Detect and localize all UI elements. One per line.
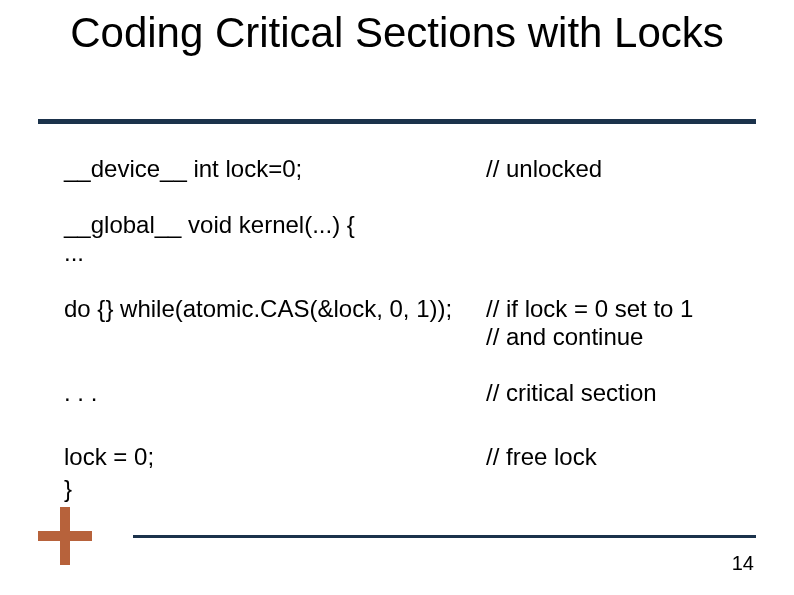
code-text: __global__ void kernel(...) { [64, 211, 486, 239]
code-row: } [64, 475, 764, 503]
code-row: lock = 0; // free lock [64, 443, 764, 471]
code-text: . . . [64, 379, 486, 407]
footer-cross-horizontal [38, 531, 92, 541]
code-text: lock = 0; [64, 443, 486, 471]
code-row: . . . // critical section [64, 379, 764, 407]
title-rule [38, 119, 756, 147]
code-row: // and continue [64, 323, 764, 351]
code-comment: // if lock = 0 set to 1 [486, 295, 764, 323]
code-row: __global__ void kernel(...) { [64, 211, 764, 239]
code-text: __device__ int lock=0; [64, 155, 486, 183]
footer-decoration [38, 535, 756, 565]
code-row: do {} while(atomic.CAS(&lock, 0, 1)); //… [64, 295, 764, 323]
code-comment: // unlocked [486, 155, 764, 183]
slide-title: Coding Critical Sections with Locks [0, 10, 794, 55]
code-text: ... [64, 239, 486, 267]
code-comment: // and continue [486, 323, 764, 351]
spacer [64, 267, 764, 295]
spacer [64, 183, 764, 211]
slide: Coding Critical Sections with Locks __de… [0, 0, 794, 595]
spacer [64, 407, 764, 443]
code-text: } [64, 475, 486, 503]
code-comment: // free lock [486, 443, 764, 471]
code-comment: // critical section [486, 379, 764, 407]
spacer [64, 351, 764, 379]
title-horizontal-rule [38, 119, 756, 124]
code-row: __device__ int lock=0; // unlocked [64, 155, 764, 183]
code-text: do {} while(atomic.CAS(&lock, 0, 1)); [64, 295, 486, 323]
title-decor-box [694, 63, 756, 121]
slide-body: __device__ int lock=0; // unlocked __glo… [64, 155, 764, 503]
footer-horizontal-rule [133, 535, 756, 538]
code-row: ... [64, 239, 764, 267]
slide-number: 14 [732, 552, 754, 575]
